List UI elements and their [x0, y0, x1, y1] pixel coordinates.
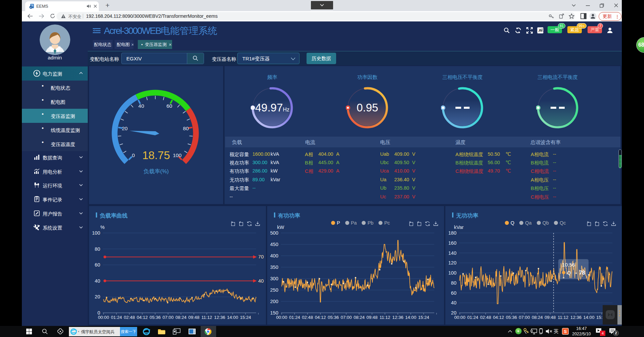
svg-text:04:12: 04:12 — [493, 315, 504, 320]
svg-text:09:48: 09:48 — [545, 315, 556, 320]
svg-text:10:56: 10:56 — [562, 262, 575, 268]
svg-text:02:48: 02:48 — [302, 315, 313, 320]
svg-text:A: A — [538, 28, 542, 33]
svg-text:250: 250 — [270, 287, 278, 293]
svg-text:08:24: 08:24 — [532, 315, 543, 320]
svg-text:04:12: 04:12 — [137, 315, 148, 320]
svg-text:180: 180 — [448, 230, 456, 236]
svg-text:12:36: 12:36 — [214, 315, 225, 320]
svg-text:08:24: 08:24 — [354, 315, 365, 320]
svg-text:140: 140 — [448, 250, 456, 256]
svg-text:100: 100 — [448, 270, 456, 276]
svg-text:05:36: 05:36 — [150, 315, 161, 320]
svg-text:05:36: 05:36 — [506, 315, 517, 320]
svg-text:15:24: 15:24 — [418, 315, 429, 320]
svg-text:00:00: 00:00 — [454, 315, 465, 320]
svg-text:80: 80 — [451, 280, 456, 286]
svg-text:15:24: 15:24 — [240, 315, 251, 320]
svg-text:40: 40 — [138, 103, 145, 109]
svg-text:60: 60 — [166, 103, 172, 109]
svg-text:78: 78 — [579, 270, 585, 276]
svg-text:02:48: 02:48 — [480, 315, 491, 320]
svg-text:00:00: 00:00 — [276, 315, 287, 320]
svg-text:%: % — [100, 225, 105, 230]
svg-text:01:24: 01:24 — [289, 315, 300, 320]
svg-text:20: 20 — [95, 294, 100, 299]
svg-text:08:24: 08:24 — [175, 315, 187, 320]
svg-text:14:00: 14:00 — [405, 315, 416, 320]
svg-text:40: 40 — [95, 278, 100, 284]
svg-text:60: 60 — [451, 290, 456, 296]
svg-text:450: 450 — [270, 242, 278, 247]
svg-text:300: 300 — [270, 276, 278, 281]
svg-text:00:00: 00:00 — [98, 315, 109, 320]
svg-text:200: 200 — [270, 299, 278, 304]
svg-text:70: 70 — [258, 254, 264, 259]
svg-text:12:36: 12:36 — [570, 315, 581, 320]
svg-text:160: 160 — [448, 240, 456, 246]
svg-text:500: 500 — [270, 230, 278, 236]
svg-text:14:00: 14:00 — [227, 315, 238, 320]
svg-text:12:36: 12:36 — [392, 315, 403, 320]
svg-text:80: 80 — [183, 126, 189, 131]
svg-text:05:36: 05:36 — [328, 315, 339, 320]
svg-text:07:00: 07:00 — [519, 315, 530, 320]
svg-text:80: 80 — [95, 246, 100, 252]
svg-text:11:12: 11:12 — [558, 315, 568, 320]
svg-text:400: 400 — [270, 253, 278, 258]
svg-text:04:12: 04:12 — [315, 315, 326, 320]
svg-text:01:24: 01:24 — [467, 315, 478, 320]
svg-text:07:00: 07:00 — [162, 315, 173, 320]
svg-text:14:00: 14:00 — [583, 315, 594, 320]
svg-text:11:12: 11:12 — [379, 315, 390, 320]
svg-text:kVar: kVar — [454, 225, 464, 230]
svg-text:120: 120 — [448, 260, 456, 266]
svg-text:60: 60 — [95, 262, 100, 268]
svg-text:11:12: 11:12 — [201, 315, 212, 320]
svg-text:kW: kW — [277, 225, 284, 230]
svg-text:09:48: 09:48 — [366, 315, 377, 320]
svg-text:20: 20 — [122, 126, 128, 131]
svg-text:01:24: 01:24 — [111, 315, 122, 320]
svg-text:02:48: 02:48 — [124, 315, 135, 320]
svg-text:07:00: 07:00 — [340, 315, 352, 320]
svg-text:Q: Q — [567, 270, 571, 276]
svg-text:100: 100 — [92, 230, 100, 236]
svg-text:40: 40 — [451, 300, 456, 305]
svg-text:40: 40 — [258, 278, 264, 284]
svg-text:350: 350 — [270, 264, 278, 270]
svg-text:09:48: 09:48 — [188, 315, 199, 320]
